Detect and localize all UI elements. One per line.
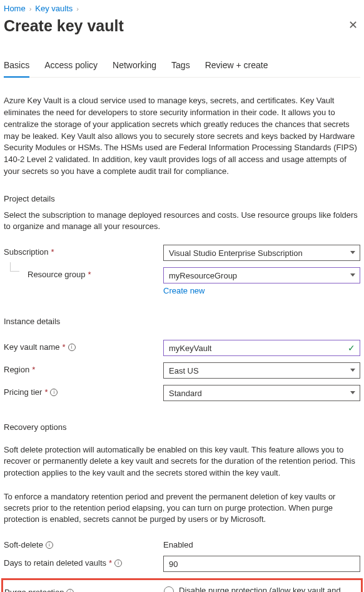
recovery-desc-2: To enforce a mandatory retention period …	[4, 491, 360, 526]
keyvault-name-input[interactable]	[163, 340, 360, 356]
breadcrumb: Home › Key vaults ›	[4, 4, 360, 13]
retention-days-input[interactable]	[163, 556, 360, 572]
info-icon[interactable]: i	[66, 589, 74, 592]
required-indicator: *	[44, 387, 48, 397]
tab-tags[interactable]: Tags	[171, 60, 190, 77]
purge-protection-radiogroup: Disable purge protection (allow key vaul…	[164, 585, 358, 592]
retention-days-label: Days to retain deleted vaults	[4, 558, 106, 568]
intro-text: Azure Key Vault is a cloud service used …	[4, 95, 360, 178]
pricing-tier-select[interactable]: Standard	[163, 385, 360, 401]
recovery-options-heading: Recovery options	[4, 422, 360, 432]
create-new-link[interactable]: Create new	[163, 286, 205, 295]
recovery-desc-1: Soft delete protection will automaticall…	[4, 444, 360, 479]
breadcrumb-keyvaults[interactable]: Key vaults	[35, 4, 73, 13]
chevron-right-icon: ›	[76, 5, 79, 13]
tab-review-create[interactable]: Review + create	[205, 60, 268, 77]
close-icon[interactable]: ✕	[346, 17, 360, 33]
info-icon[interactable]: i	[68, 344, 76, 351]
project-details-heading: Project details	[4, 194, 360, 203]
purge-disable-label[interactable]: Disable purge protection (allow key vaul…	[179, 585, 358, 592]
required-indicator: *	[109, 558, 112, 568]
soft-delete-value: Enabled	[163, 538, 360, 549]
info-icon[interactable]: i	[114, 559, 122, 567]
tab-networking[interactable]: Networking	[113, 60, 156, 77]
soft-delete-label: Soft-delete	[4, 540, 43, 549]
required-indicator: *	[32, 365, 35, 374]
info-icon[interactable]: i	[46, 541, 53, 549]
tab-access-policy[interactable]: Access policy	[44, 60, 98, 77]
resource-group-label: Resource group	[28, 270, 86, 279]
required-indicator: *	[63, 342, 66, 352]
required-indicator: *	[88, 270, 91, 279]
pricing-tier-label: Pricing tier	[4, 387, 42, 397]
checkmark-icon: ✓	[348, 343, 355, 353]
project-details-desc: Select the subscription to manage deploy…	[4, 210, 360, 232]
purge-protection-label: Purge protection	[4, 588, 64, 592]
chevron-right-icon: ›	[29, 5, 32, 13]
resource-group-select[interactable]: myResourceGroup	[163, 267, 360, 283]
breadcrumb-home[interactable]: Home	[4, 4, 26, 13]
page-title: Create key vault	[4, 17, 124, 35]
instance-details-heading: Instance details	[4, 317, 360, 326]
region-select[interactable]: East US	[163, 362, 360, 379]
required-indicator: *	[51, 247, 54, 257]
keyvault-name-label: Key vault name	[4, 342, 60, 352]
tab-basics[interactable]: Basics	[4, 60, 29, 78]
region-label: Region	[4, 365, 29, 374]
info-icon[interactable]: i	[50, 389, 58, 396]
purge-protection-highlight: Purge protection i Disable purge protect…	[1, 578, 363, 592]
tabs: Basics Access policy Networking Tags Rev…	[4, 60, 360, 78]
subscription-select[interactable]: Visual Studio Enterprise Subscription	[163, 245, 360, 261]
purge-disable-radio[interactable]	[164, 586, 174, 592]
subscription-label: Subscription	[4, 247, 49, 257]
